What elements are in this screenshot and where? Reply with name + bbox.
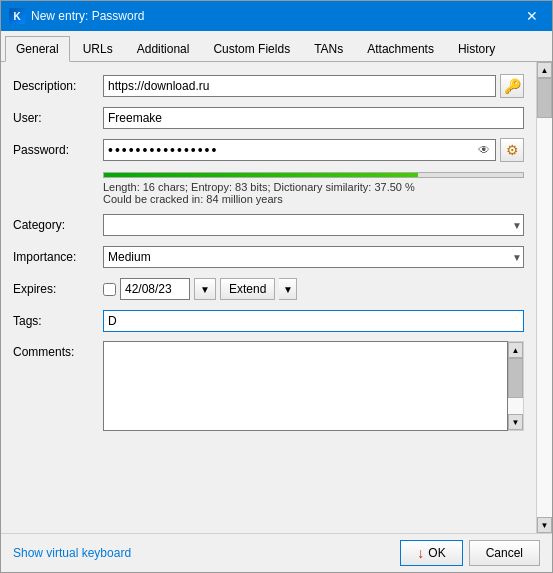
main-scroll-up-button[interactable]: ▲ xyxy=(537,62,552,78)
password-row: Password: 👁 ⚙ xyxy=(13,138,524,162)
tab-attachments[interactable]: Attachments xyxy=(356,36,445,62)
strength-text: Length: 16 chars; Entropy: 83 bits; Dict… xyxy=(103,181,524,193)
close-button[interactable]: ✕ xyxy=(520,4,544,28)
category-select-wrap: ▼ xyxy=(103,214,524,236)
show-password-button[interactable]: 👁 xyxy=(473,140,495,160)
importance-select[interactable]: Medium Low High xyxy=(103,246,524,268)
password-strength-section: Length: 16 chars; Entropy: 83 bits; Dict… xyxy=(103,172,524,205)
tab-bar: General URLs Additional Custom Fields TA… xyxy=(1,31,552,62)
ok-arrow-icon: ↓ xyxy=(417,545,424,561)
main-panel: Description: 🔑 User: Password: xyxy=(1,62,536,533)
category-control: ▼ xyxy=(103,214,524,236)
content-area: Description: 🔑 User: Password: xyxy=(1,62,552,533)
keepass-icon: K xyxy=(9,8,25,24)
tags-input[interactable] xyxy=(103,310,524,332)
user-control xyxy=(103,107,524,129)
importance-row: Importance: Medium Low High ▼ xyxy=(13,245,524,269)
strength-bar-fill xyxy=(104,173,418,177)
user-label: User: xyxy=(13,111,103,125)
comments-control: ▲ ▼ xyxy=(103,341,524,431)
tags-label: Tags: xyxy=(13,314,103,328)
extend-button[interactable]: Extend xyxy=(220,278,275,300)
comments-textarea[interactable] xyxy=(103,341,508,431)
password-wrap: 👁 xyxy=(103,139,496,161)
category-label: Category: xyxy=(13,218,103,232)
app-icon: K xyxy=(9,8,25,24)
extend-dropdown-button[interactable]: ▼ xyxy=(279,278,297,300)
title-bar: K New entry: Password ✕ xyxy=(1,1,552,31)
expires-label: Expires: xyxy=(13,282,103,296)
main-scroll-track xyxy=(537,78,552,517)
expires-control: ▼ Extend ▼ xyxy=(103,278,524,300)
tags-row: Tags: xyxy=(13,309,524,333)
user-row: User: xyxy=(13,106,524,130)
expires-row: Expires: ▼ Extend ▼ xyxy=(13,277,524,301)
tab-history[interactable]: History xyxy=(447,36,506,62)
password-input[interactable] xyxy=(104,140,473,160)
tab-tans[interactable]: TANs xyxy=(303,36,354,62)
scroll-track xyxy=(508,358,523,414)
tab-additional[interactable]: Additional xyxy=(126,36,201,62)
strength-bar-background xyxy=(103,172,524,178)
ok-button[interactable]: ↓ OK xyxy=(400,540,462,566)
main-scroll-thumb[interactable] xyxy=(537,78,552,118)
scroll-up-button[interactable]: ▲ xyxy=(508,342,523,358)
description-label: Description: xyxy=(13,79,103,93)
footer-buttons: ↓ OK Cancel xyxy=(400,540,540,566)
key-button[interactable]: 🔑 xyxy=(500,74,524,98)
importance-label: Importance: xyxy=(13,250,103,264)
comments-scrollbar: ▲ ▼ xyxy=(508,341,524,431)
ok-label: OK xyxy=(428,546,445,560)
comments-row: Comments: ▲ ▼ xyxy=(13,341,524,431)
crack-time-text: Could be cracked in: 84 million years xyxy=(103,193,524,205)
main-scrollbar: ▲ ▼ xyxy=(536,62,552,533)
scroll-thumb[interactable] xyxy=(508,358,523,398)
tab-custom-fields[interactable]: Custom Fields xyxy=(202,36,301,62)
main-window: K New entry: Password ✕ General URLs Add… xyxy=(0,0,553,573)
expires-wrap: ▼ xyxy=(103,278,216,300)
expires-date-input[interactable] xyxy=(120,278,190,300)
title-text: New entry: Password xyxy=(31,9,520,23)
category-row: Category: ▼ xyxy=(13,213,524,237)
cancel-button[interactable]: Cancel xyxy=(469,540,540,566)
scroll-down-button[interactable]: ▼ xyxy=(508,414,523,430)
footer: Show virtual keyboard ↓ OK Cancel xyxy=(1,533,552,572)
user-input[interactable] xyxy=(103,107,524,129)
category-select[interactable] xyxy=(103,214,524,236)
date-picker-button[interactable]: ▼ xyxy=(194,278,216,300)
main-scroll-down-button[interactable]: ▼ xyxy=(537,517,552,533)
description-input[interactable] xyxy=(103,75,496,97)
importance-select-wrap: Medium Low High ▼ xyxy=(103,246,524,268)
tags-control xyxy=(103,310,524,332)
virtual-keyboard-link[interactable]: Show virtual keyboard xyxy=(13,546,131,560)
tab-general[interactable]: General xyxy=(5,36,70,62)
description-control: 🔑 xyxy=(103,74,524,98)
password-generator-button[interactable]: ⚙ xyxy=(500,138,524,162)
expires-checkbox[interactable] xyxy=(103,283,116,296)
password-label: Password: xyxy=(13,143,103,157)
password-control: 👁 ⚙ xyxy=(103,138,524,162)
importance-control: Medium Low High ▼ xyxy=(103,246,524,268)
tab-urls[interactable]: URLs xyxy=(72,36,124,62)
description-row: Description: 🔑 xyxy=(13,74,524,98)
comments-label: Comments: xyxy=(13,341,103,359)
